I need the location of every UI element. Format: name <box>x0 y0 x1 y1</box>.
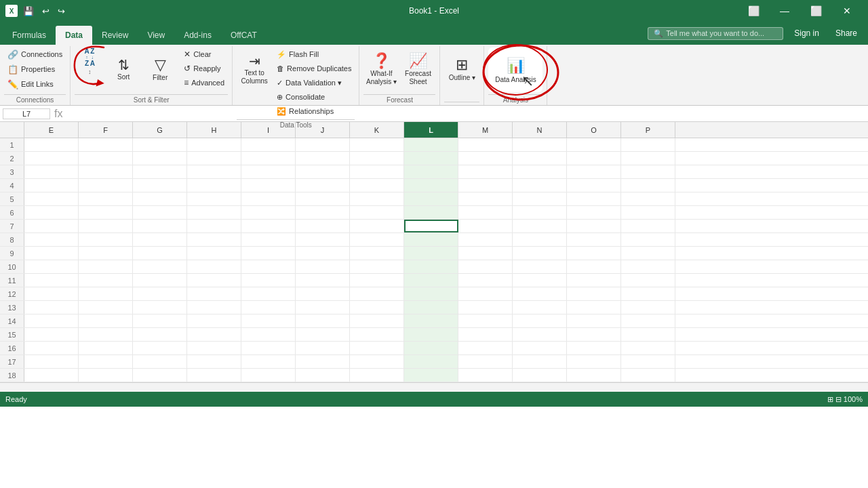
cell-N16[interactable] <box>513 342 567 354</box>
flash-fill-button[interactable]: ⚡ Flash Fill <box>273 47 355 61</box>
cell-L15[interactable] <box>404 328 458 341</box>
cell-H12[interactable] <box>187 287 241 300</box>
cell-F15[interactable] <box>79 328 133 341</box>
save-icon[interactable]: 💾 <box>20 6 37 16</box>
cell-J10[interactable] <box>296 260 350 273</box>
cell-I15[interactable] <box>241 328 296 341</box>
col-header-N[interactable]: N <box>513 122 567 138</box>
cell-F18[interactable] <box>79 369 133 382</box>
cell-E18[interactable] <box>24 369 79 382</box>
zoom-controls[interactable]: ⊞ ⊟ 100% <box>827 395 863 404</box>
cell-P4[interactable] <box>621 179 675 192</box>
cell-F12[interactable] <box>79 287 133 300</box>
search-box[interactable]: 🔍 Tell me what you want to do... <box>648 27 783 40</box>
cell-O14[interactable] <box>567 314 621 327</box>
cell-G11[interactable] <box>133 274 187 287</box>
cell-J8[interactable] <box>296 233 350 246</box>
col-header-K[interactable]: K <box>350 122 404 138</box>
relationships-button[interactable]: 🔀 Relationships <box>273 104 355 118</box>
cell-E6[interactable] <box>24 206 79 219</box>
cell-H18[interactable] <box>187 369 241 382</box>
advanced-button[interactable]: ≡ Advanced <box>180 76 228 89</box>
cell-L12[interactable] <box>404 287 458 300</box>
cell-K5[interactable] <box>350 192 404 205</box>
cell-G17[interactable] <box>133 355 187 368</box>
cell-M13[interactable] <box>458 301 513 314</box>
cell-G8[interactable] <box>133 233 187 246</box>
cell-P16[interactable] <box>621 342 675 354</box>
consolidate-button[interactable]: ⊕ Consolidate <box>273 90 355 104</box>
cell-K7[interactable] <box>350 220 404 232</box>
cell-P2[interactable] <box>621 152 675 165</box>
cell-G15[interactable] <box>133 328 187 341</box>
cell-J7[interactable] <box>296 220 350 232</box>
cell-F11[interactable] <box>79 274 133 287</box>
cell-O4[interactable] <box>567 179 621 192</box>
cell-M9[interactable] <box>458 247 513 260</box>
cell-J9[interactable] <box>296 247 350 260</box>
cell-P17[interactable] <box>621 355 675 368</box>
cell-N5[interactable] <box>513 192 567 205</box>
cell-K14[interactable] <box>350 314 404 327</box>
cell-O2[interactable] <box>567 152 621 165</box>
cell-O5[interactable] <box>567 192 621 205</box>
cell-F8[interactable] <box>79 233 133 246</box>
connections-button[interactable]: 🔗 Connections <box>4 47 66 61</box>
cell-O8[interactable] <box>567 233 621 246</box>
cell-F3[interactable] <box>79 165 133 178</box>
cell-G9[interactable] <box>133 247 187 260</box>
cell-H17[interactable] <box>187 355 241 368</box>
cell-G16[interactable] <box>133 342 187 354</box>
cell-J11[interactable] <box>296 274 350 287</box>
cell-G5[interactable] <box>133 192 187 205</box>
cell-F16[interactable] <box>79 342 133 354</box>
cell-F7[interactable] <box>79 220 133 232</box>
cell-O17[interactable] <box>567 355 621 368</box>
cell-F13[interactable] <box>79 301 133 314</box>
cell-M8[interactable] <box>458 233 513 246</box>
cell-O1[interactable] <box>567 138 621 151</box>
col-header-P[interactable]: P <box>621 122 675 138</box>
what-if-analysis-button[interactable]: ❓ What-IfAnalysis ▾ <box>363 47 399 92</box>
cell-I10[interactable] <box>241 260 296 273</box>
cell-I8[interactable] <box>241 233 296 246</box>
cell-F9[interactable] <box>79 247 133 260</box>
cell-O12[interactable] <box>567 287 621 300</box>
cell-L11[interactable] <box>404 274 458 287</box>
cell-J1[interactable] <box>296 138 350 151</box>
cell-F2[interactable] <box>79 152 133 165</box>
cell-I17[interactable] <box>241 355 296 368</box>
cell-O6[interactable] <box>567 206 621 219</box>
cell-K4[interactable] <box>350 179 404 192</box>
cell-G12[interactable] <box>133 287 187 300</box>
cell-M6[interactable] <box>458 206 513 219</box>
cell-E9[interactable] <box>24 247 79 260</box>
cell-F17[interactable] <box>79 355 133 368</box>
cell-M17[interactable] <box>458 355 513 368</box>
cell-K6[interactable] <box>350 206 404 219</box>
cell-P5[interactable] <box>621 192 675 205</box>
cell-O3[interactable] <box>567 165 621 178</box>
cell-N18[interactable] <box>513 369 567 382</box>
cell-K2[interactable] <box>350 152 404 165</box>
cell-I1[interactable] <box>241 138 296 151</box>
tab-view[interactable]: View <box>138 26 174 45</box>
cell-M14[interactable] <box>458 314 513 327</box>
col-header-O[interactable]: O <box>567 122 621 138</box>
cell-K15[interactable] <box>350 328 404 341</box>
cell-L7[interactable] <box>404 220 458 232</box>
col-header-F[interactable]: F <box>79 122 133 138</box>
cell-M4[interactable] <box>458 179 513 192</box>
cell-J18[interactable] <box>296 369 350 382</box>
cell-H3[interactable] <box>187 165 241 178</box>
cell-M1[interactable] <box>458 138 513 151</box>
cell-G4[interactable] <box>133 179 187 192</box>
cell-G6[interactable] <box>133 206 187 219</box>
window-controls[interactable]: ⬜ — ⬜ ✕ <box>738 0 863 22</box>
cell-O15[interactable] <box>567 328 621 341</box>
cell-I16[interactable] <box>241 342 296 354</box>
data-validation-button[interactable]: ✓ Data Validation ▾ <box>273 76 355 89</box>
cell-N10[interactable] <box>513 260 567 273</box>
properties-button[interactable]: 📋 Properties <box>4 62 66 76</box>
cell-J15[interactable] <box>296 328 350 341</box>
